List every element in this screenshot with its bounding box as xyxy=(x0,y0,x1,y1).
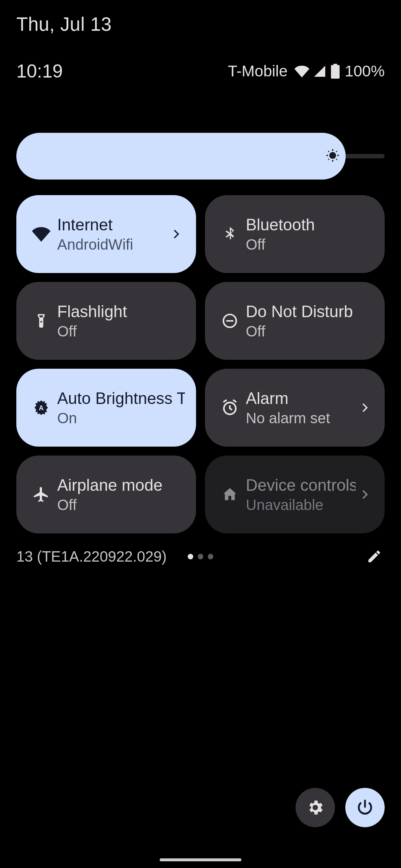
battery-pct-text: 100% xyxy=(345,62,385,80)
gesture-nav-handle[interactable] xyxy=(160,858,241,861)
edit-tiles-button[interactable] xyxy=(364,546,385,567)
svg-text:A: A xyxy=(39,404,44,412)
chevron-right-icon[interactable] xyxy=(356,401,374,414)
tile-title: Device controls xyxy=(246,476,356,494)
clock-text: 10:19 xyxy=(16,60,63,82)
brightness-slider[interactable] xyxy=(16,133,385,180)
tile-subtitle: Off xyxy=(246,236,374,253)
status-icons: T-Mobile 100% xyxy=(228,62,385,80)
tile-subtitle: AndroidWifi xyxy=(57,236,167,253)
tile-title: Do Not Disturb xyxy=(246,302,374,321)
battery-icon xyxy=(330,64,340,79)
page-dot xyxy=(188,554,193,559)
page-indicator xyxy=(188,554,213,559)
brightness-icon xyxy=(325,147,341,165)
tile-airplane-mode[interactable]: Airplane mode Off xyxy=(16,456,196,533)
tile-subtitle: Unavailable xyxy=(246,497,356,513)
alarm-icon xyxy=(216,399,244,417)
bluetooth-icon xyxy=(216,226,244,243)
page-dot xyxy=(198,554,203,559)
tile-title: Bluetooth xyxy=(246,216,374,234)
tile-flashlight[interactable]: Flashlight Off xyxy=(16,282,196,360)
tile-subtitle: No alarm set xyxy=(246,410,356,427)
auto-brightness-icon: A xyxy=(27,399,55,417)
tile-title: Auto Brightness Tile xyxy=(57,389,185,408)
power-button[interactable] xyxy=(345,788,385,827)
chevron-right-icon[interactable] xyxy=(167,227,185,241)
tile-subtitle: Off xyxy=(57,497,185,513)
signal-icon xyxy=(313,65,326,78)
tile-bluetooth[interactable]: Bluetooth Off xyxy=(205,195,385,273)
wifi-icon xyxy=(27,225,55,243)
tile-title: Internet xyxy=(57,216,167,234)
airplane-icon xyxy=(27,486,55,503)
brightness-fill xyxy=(16,133,346,180)
carrier-text: T-Mobile xyxy=(228,62,288,80)
tile-internet[interactable]: Internet AndroidWifi xyxy=(16,195,196,273)
tile-title: Airplane mode xyxy=(57,476,185,494)
flashlight-icon xyxy=(27,313,55,329)
dnd-icon xyxy=(216,312,244,329)
tile-dnd[interactable]: Do Not Disturb Off xyxy=(205,282,385,360)
chevron-right-icon[interactable] xyxy=(356,488,374,501)
tile-device-controls[interactable]: Device controls Unavailable xyxy=(205,456,385,533)
tile-subtitle: On xyxy=(57,410,185,427)
tile-title: Flashlight xyxy=(57,302,185,321)
wifi-icon xyxy=(294,64,309,79)
tile-auto-brightness[interactable]: A Auto Brightness Tile On xyxy=(16,369,196,447)
tile-alarm[interactable]: Alarm No alarm set xyxy=(205,369,385,447)
tile-title: Alarm xyxy=(246,389,356,408)
tile-subtitle: Off xyxy=(57,323,185,340)
page-dot xyxy=(208,554,213,559)
date-text: Thu, Jul 13 xyxy=(16,13,112,35)
home-icon xyxy=(216,486,244,503)
tile-subtitle: Off xyxy=(246,323,374,340)
build-text: 13 (TE1A.220922.029) xyxy=(16,548,167,565)
settings-button[interactable] xyxy=(296,788,335,827)
status-row: 10:19 T-Mobile 100% xyxy=(16,60,385,82)
